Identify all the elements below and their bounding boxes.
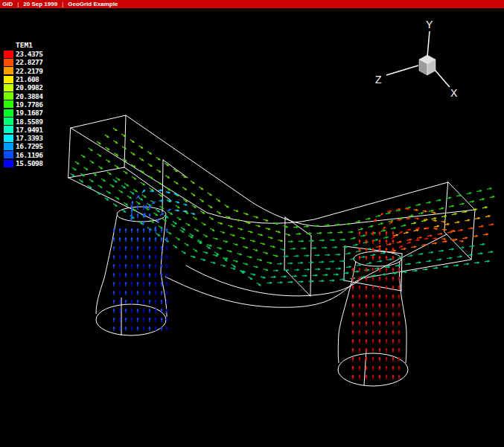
legend-color-swatch	[4, 143, 13, 150]
legend-color-swatch	[4, 92, 13, 100]
legend-value: 22.2179	[16, 67, 43, 75]
legend-title: TEM1	[16, 41, 43, 49]
legend-row: 15.5098	[4, 159, 43, 167]
legend-color-swatch	[4, 135, 13, 142]
legend-color-swatch	[4, 118, 13, 125]
legend-row: 16.1196	[4, 151, 43, 159]
legend-row: 18.5589	[4, 117, 43, 125]
legend-value: 23.4375	[16, 50, 43, 58]
legend-row: 20.9982	[4, 83, 43, 91]
legend-row: 20.3884	[4, 91, 43, 100]
legend-color-swatch	[4, 76, 13, 83]
window-date: 20 Sep 1999	[23, 0, 57, 8]
legend-row: 22.8277	[4, 58, 43, 66]
y-axis-line	[427, 31, 430, 57]
legend-value: 16.7295	[16, 142, 43, 150]
legend-value: 18.5589	[16, 118, 43, 126]
legend-color-swatch	[4, 59, 13, 66]
legend-value: 17.3393	[16, 134, 43, 142]
z-axis-line	[386, 65, 418, 75]
viewport-3d[interactable]: Y Z X TEM1 23.437522.827722.217921.60820…	[0, 8, 504, 447]
velocity-vectors	[71, 128, 495, 379]
app-name: GiD	[2, 0, 13, 8]
legend-row: 22.2179	[4, 67, 43, 75]
axis-triad: Y Z X	[375, 19, 458, 99]
x-axis-line	[435, 70, 450, 87]
funnel-wireframes	[96, 207, 408, 386]
axis-cube-icon	[419, 55, 436, 75]
legend-color-swatch	[4, 67, 13, 74]
legend-row: 19.1687	[4, 109, 43, 117]
legend-color-swatch	[4, 160, 13, 167]
window-title: GeoGrid Example	[68, 0, 118, 8]
duct-wireframe	[68, 115, 475, 307]
axis-label-z: Z	[375, 74, 382, 86]
legend-row: 21.608	[4, 75, 43, 83]
legend-color-swatch	[4, 109, 13, 117]
legend-row: 16.7295	[4, 142, 43, 150]
legend-value: 19.7786	[16, 100, 43, 109]
legend-color-swatch	[4, 100, 13, 108]
title-separator: |	[62, 0, 63, 8]
temperature-legend: TEM1 23.437522.827722.217921.60820.99822…	[4, 41, 43, 167]
legend-value: 20.9982	[16, 83, 43, 91]
legend-row: 17.9491	[4, 126, 43, 134]
legend-value: 22.8277	[16, 58, 43, 66]
legend-rows: 23.437522.827722.217921.60820.998220.388…	[4, 50, 43, 167]
legend-row: 19.7786	[4, 100, 43, 109]
window-title-bar: GiD | 20 Sep 1999 | GeoGrid Example	[0, 0, 504, 8]
legend-value: 20.3884	[16, 92, 43, 100]
legend-value: 15.5098	[16, 159, 43, 167]
legend-color-swatch	[4, 126, 13, 133]
legend-value: 21.608	[16, 75, 39, 83]
axis-label-y: Y	[426, 19, 433, 30]
legend-color-swatch	[4, 84, 13, 91]
legend-row: 17.3393	[4, 134, 43, 142]
legend-value: 17.9491	[16, 126, 43, 134]
legend-color-swatch	[4, 151, 13, 158]
legend-row: 23.4375	[4, 50, 43, 58]
scene-canvas: Y Z X	[0, 8, 504, 447]
axis-label-x: X	[450, 87, 458, 99]
legend-value: 16.1196	[16, 151, 43, 159]
legend-color-swatch	[4, 51, 13, 58]
legend-value: 19.1687	[16, 109, 43, 117]
title-separator: |	[17, 0, 19, 8]
